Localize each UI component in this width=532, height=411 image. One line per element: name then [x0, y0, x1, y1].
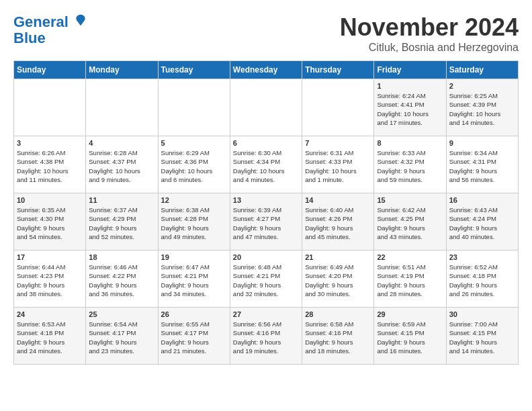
day-number: 4	[89, 139, 154, 147]
day-cell: 15Sunrise: 6:42 AM Sunset: 4:25 PM Dayli…	[374, 193, 446, 250]
day-info: Sunrise: 6:44 AM Sunset: 4:23 PM Dayligh…	[17, 263, 83, 298]
day-cell: 3Sunrise: 6:26 AM Sunset: 4:38 PM Daylig…	[14, 136, 86, 193]
day-cell: 22Sunrise: 6:51 AM Sunset: 4:19 PM Dayli…	[374, 250, 446, 308]
day-cell: 5Sunrise: 6:29 AM Sunset: 4:36 PM Daylig…	[158, 136, 230, 193]
day-cell: 14Sunrise: 6:40 AM Sunset: 4:26 PM Dayli…	[302, 193, 374, 250]
logo-text: General	[13, 13, 87, 30]
day-cell: 9Sunrise: 6:34 AM Sunset: 4:31 PM Daylig…	[446, 136, 518, 193]
day-info: Sunrise: 6:53 AM Sunset: 4:18 PM Dayligh…	[17, 320, 83, 355]
week-row-2: 3Sunrise: 6:26 AM Sunset: 4:38 PM Daylig…	[14, 136, 519, 193]
day-number: 12	[161, 196, 227, 204]
day-number: 22	[377, 253, 443, 261]
day-info: Sunrise: 6:49 AM Sunset: 4:20 PM Dayligh…	[305, 263, 371, 298]
day-cell	[86, 79, 158, 136]
day-cell: 27Sunrise: 6:56 AM Sunset: 4:16 PM Dayli…	[230, 308, 302, 365]
day-info: Sunrise: 6:40 AM Sunset: 4:26 PM Dayligh…	[305, 205, 371, 241]
day-info: Sunrise: 7:00 AM Sunset: 4:15 PM Dayligh…	[449, 320, 515, 355]
day-info: Sunrise: 6:39 AM Sunset: 4:27 PM Dayligh…	[233, 205, 299, 241]
logo-line2: Blue	[13, 30, 87, 46]
day-cell: 8Sunrise: 6:33 AM Sunset: 4:32 PM Daylig…	[374, 136, 446, 193]
day-number: 18	[89, 253, 154, 261]
day-number: 29	[377, 310, 443, 318]
day-info: Sunrise: 6:59 AM Sunset: 4:15 PM Dayligh…	[377, 320, 443, 355]
day-info: Sunrise: 6:46 AM Sunset: 4:22 PM Dayligh…	[89, 263, 154, 298]
week-row-4: 17Sunrise: 6:44 AM Sunset: 4:23 PM Dayli…	[14, 250, 519, 308]
day-cell	[158, 79, 230, 136]
day-info: Sunrise: 6:56 AM Sunset: 4:16 PM Dayligh…	[233, 320, 299, 355]
day-cell: 28Sunrise: 6:58 AM Sunset: 4:16 PM Dayli…	[302, 308, 374, 365]
day-info: Sunrise: 6:25 AM Sunset: 4:39 PM Dayligh…	[449, 91, 515, 127]
day-cell: 12Sunrise: 6:38 AM Sunset: 4:28 PM Dayli…	[158, 193, 230, 250]
day-info: Sunrise: 6:38 AM Sunset: 4:28 PM Dayligh…	[161, 205, 227, 241]
day-info: Sunrise: 6:28 AM Sunset: 4:37 PM Dayligh…	[89, 148, 154, 184]
day-cell: 24Sunrise: 6:53 AM Sunset: 4:18 PM Dayli…	[14, 308, 86, 365]
day-cell: 23Sunrise: 6:52 AM Sunset: 4:18 PM Dayli…	[446, 250, 518, 308]
header-friday: Friday	[374, 61, 446, 79]
day-info: Sunrise: 6:35 AM Sunset: 4:30 PM Dayligh…	[17, 205, 83, 241]
calendar-header-row: SundayMondayTuesdayWednesdayThursdayFrid…	[14, 61, 519, 79]
day-cell: 11Sunrise: 6:37 AM Sunset: 4:29 PM Dayli…	[86, 193, 158, 250]
day-cell: 10Sunrise: 6:35 AM Sunset: 4:30 PM Dayli…	[14, 193, 86, 250]
location-subtitle: Citluk, Bosnia and Herzegovina	[340, 42, 519, 54]
day-info: Sunrise: 6:51 AM Sunset: 4:19 PM Dayligh…	[377, 263, 443, 298]
day-info: Sunrise: 6:54 AM Sunset: 4:17 PM Dayligh…	[89, 320, 154, 355]
day-number: 19	[161, 253, 227, 261]
day-number: 9	[449, 139, 515, 147]
day-cell: 16Sunrise: 6:43 AM Sunset: 4:24 PM Dayli…	[446, 193, 518, 250]
day-number: 7	[305, 139, 371, 147]
day-cell: 25Sunrise: 6:54 AM Sunset: 4:17 PM Dayli…	[86, 308, 158, 365]
day-info: Sunrise: 6:24 AM Sunset: 4:41 PM Dayligh…	[377, 91, 443, 127]
day-info: Sunrise: 6:33 AM Sunset: 4:32 PM Dayligh…	[377, 148, 443, 184]
day-info: Sunrise: 6:31 AM Sunset: 4:33 PM Dayligh…	[305, 148, 371, 184]
day-number: 14	[305, 196, 371, 204]
day-cell	[302, 79, 374, 136]
logo-icon	[74, 13, 87, 27]
day-number: 21	[305, 253, 371, 261]
day-cell: 4Sunrise: 6:28 AM Sunset: 4:37 PM Daylig…	[86, 136, 158, 193]
month-title: November 2024	[340, 13, 519, 42]
day-number: 13	[233, 196, 299, 204]
day-info: Sunrise: 6:58 AM Sunset: 4:16 PM Dayligh…	[305, 320, 371, 355]
day-info: Sunrise: 6:47 AM Sunset: 4:21 PM Dayligh…	[161, 263, 227, 298]
day-number: 26	[161, 310, 227, 318]
day-number: 16	[449, 196, 515, 204]
day-info: Sunrise: 6:29 AM Sunset: 4:36 PM Dayligh…	[161, 148, 227, 184]
day-cell: 2Sunrise: 6:25 AM Sunset: 4:39 PM Daylig…	[446, 79, 518, 136]
day-cell: 19Sunrise: 6:47 AM Sunset: 4:21 PM Dayli…	[158, 250, 230, 308]
day-number: 25	[89, 310, 154, 318]
day-number: 28	[305, 310, 371, 318]
day-cell: 30Sunrise: 7:00 AM Sunset: 4:15 PM Dayli…	[446, 308, 518, 365]
day-number: 30	[449, 310, 515, 318]
day-info: Sunrise: 6:55 AM Sunset: 4:17 PM Dayligh…	[161, 320, 227, 355]
header-thursday: Thursday	[302, 61, 374, 79]
day-info: Sunrise: 6:37 AM Sunset: 4:29 PM Dayligh…	[89, 205, 154, 241]
day-info: Sunrise: 6:26 AM Sunset: 4:38 PM Dayligh…	[17, 148, 83, 184]
day-cell: 7Sunrise: 6:31 AM Sunset: 4:33 PM Daylig…	[302, 136, 374, 193]
day-number: 5	[161, 139, 227, 147]
day-number: 2	[449, 82, 515, 90]
week-row-3: 10Sunrise: 6:35 AM Sunset: 4:30 PM Dayli…	[14, 193, 519, 250]
week-row-1: 1Sunrise: 6:24 AM Sunset: 4:41 PM Daylig…	[14, 79, 519, 136]
day-number: 15	[377, 196, 443, 204]
day-info: Sunrise: 6:48 AM Sunset: 4:21 PM Dayligh…	[233, 263, 299, 298]
day-cell: 20Sunrise: 6:48 AM Sunset: 4:21 PM Dayli…	[230, 250, 302, 308]
day-number: 24	[17, 310, 83, 318]
week-row-5: 24Sunrise: 6:53 AM Sunset: 4:18 PM Dayli…	[14, 308, 519, 365]
header-monday: Monday	[86, 61, 158, 79]
day-number: 23	[449, 253, 515, 261]
day-cell: 18Sunrise: 6:46 AM Sunset: 4:22 PM Dayli…	[86, 250, 158, 308]
day-info: Sunrise: 6:43 AM Sunset: 4:24 PM Dayligh…	[449, 205, 515, 241]
day-number: 10	[17, 196, 83, 204]
day-cell	[230, 79, 302, 136]
logo: General Blue	[13, 13, 87, 46]
day-cell	[14, 79, 86, 136]
day-cell: 6Sunrise: 6:30 AM Sunset: 4:34 PM Daylig…	[230, 136, 302, 193]
day-number: 27	[233, 310, 299, 318]
calendar-table: SundayMondayTuesdayWednesdayThursdayFrid…	[13, 60, 519, 365]
day-number: 3	[17, 139, 83, 147]
header-tuesday: Tuesday	[158, 61, 230, 79]
header-saturday: Saturday	[446, 61, 518, 79]
header-sunday: Sunday	[14, 61, 86, 79]
day-number: 17	[17, 253, 83, 261]
day-info: Sunrise: 6:34 AM Sunset: 4:31 PM Dayligh…	[449, 148, 515, 184]
